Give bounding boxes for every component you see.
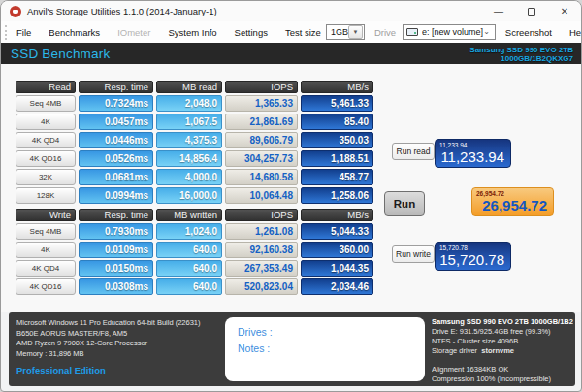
resp-time-value: 0.0308ms	[79, 278, 153, 295]
test-label: 128K	[16, 187, 76, 204]
resp-time-value: 0.0457ms	[79, 114, 153, 130]
close-button[interactable]: ✕	[548, 1, 581, 21]
column-header: Resp. time	[79, 209, 153, 221]
test-label: Seq 4MB	[16, 223, 76, 240]
menu-benchmarks[interactable]: Benchmarks	[41, 23, 108, 41]
table-row: 128K 0.0994ms 16,000.0 10,064.48 1,258.0…	[16, 187, 373, 204]
iops-value: 89,606.79	[225, 132, 298, 148]
test-label: 4K	[16, 114, 76, 130]
system-info-block: Microsoft Windows 11 Pro Education 64-bi…	[16, 318, 201, 359]
total-score-peak: 26,954.72	[476, 190, 547, 197]
drive-filesystem-line: NTFS - Cluster size 4096B	[432, 337, 573, 346]
mb-amount-value: 16,000.0	[156, 187, 222, 204]
mb-amount-value: 1,024.0	[156, 223, 222, 240]
iops-value: 1,261.08	[225, 223, 298, 240]
read-score-value: 11,233.94	[439, 148, 504, 165]
column-header: MB written	[156, 209, 222, 221]
driver-label: Storage driver	[432, 346, 477, 355]
total-score-value: 26,954.72	[476, 197, 547, 213]
write-table: Write Resp. time MB written IOPS MB/s Se…	[16, 209, 373, 297]
run-read-button[interactable]: Run read	[392, 143, 435, 160]
chevron-down-icon: ⌄	[483, 28, 495, 36]
iops-value: 304,257.73	[225, 150, 298, 167]
iops-value: 267,353.49	[225, 260, 298, 277]
iops-value: 10,064.48	[225, 187, 298, 204]
device-capacity-firmware: 1000GB/1B2QKXG7	[469, 54, 573, 63]
test-label: 4K QD4	[16, 260, 76, 277]
column-header: MB/s	[301, 81, 373, 93]
device-name: Samsung SSD 990 EVO 2TB 1000GB/1B2QKXG7	[469, 45, 573, 63]
driver-value: stornvme	[481, 346, 514, 355]
title-bar: Anvil's Storage Utilities 1.1.0 (2014-Ja…	[1, 1, 581, 21]
toolbar-grip[interactable]	[5, 25, 7, 40]
column-header: Write	[16, 209, 76, 221]
run-button[interactable]: Run	[384, 191, 425, 216]
test-size-value: 1GB	[327, 27, 348, 37]
edition-label: Professional Edition	[16, 365, 106, 376]
read-table-header: Read Resp. time MB read IOPS MB/s	[16, 81, 373, 93]
mb-amount-value: 640.0	[156, 278, 222, 295]
iops-value: 92,160.38	[225, 242, 298, 258]
resp-time-value: 0.0109ms	[79, 242, 153, 258]
resp-time-value: 0.0150ms	[79, 260, 153, 277]
menu-iometer: IOmeter	[110, 23, 158, 41]
drive-info-block: Samsung SSD 990 EVO 2TB 1000GB/1B2QKXG7 …	[432, 317, 573, 384]
table-row: 4K 0.0457ms 1,067.5 21,861.69 85.40	[16, 114, 373, 130]
mb-amount-value: 14,856.4	[156, 150, 222, 167]
drive-select[interactable]: e: [new volume] ⌄	[403, 24, 496, 40]
os-line: Microsoft Windows 11 Pro Education 64-bi…	[16, 318, 201, 329]
menu-system-info[interactable]: System Info	[160, 23, 224, 41]
table-row: 4K QD4 0.0446ms 4,375.3 89,606.79 350.03	[16, 132, 373, 148]
test-label: 4K	[16, 242, 76, 258]
mbps-value: 85.40	[301, 114, 373, 130]
resp-time-value: 0.0994ms	[79, 187, 153, 204]
mb-amount-value: 4,375.3	[156, 132, 222, 148]
combo-arrow-icon[interactable]: ▼	[348, 25, 363, 39]
test-size-label: Test size	[277, 27, 326, 38]
menu-screenshot[interactable]: Screenshot	[498, 23, 560, 41]
mbps-value: 1,044.35	[301, 260, 373, 277]
maximize-icon	[528, 8, 535, 16]
menu-settings[interactable]: Settings	[227, 23, 275, 41]
memory-line: Memory : 31,896 MB	[16, 349, 201, 360]
resp-time-value: 0.0446ms	[79, 132, 153, 148]
mbps-value: 5,461.33	[301, 95, 373, 112]
motherboard-line: B650E AORUS MASTER/F8, AM5	[16, 329, 201, 340]
drives-notes-field[interactable]: Drives : Notes :	[225, 317, 425, 381]
maximize-button[interactable]	[515, 1, 548, 21]
mb-amount-value: 640.0	[156, 242, 222, 258]
table-row: Seq 4MB 0.7930ms 1,024.0 1,261.08 5,044.…	[16, 223, 373, 240]
page-title: SSD Benchmark	[11, 47, 110, 61]
table-row: 32K 0.0681ms 4,000.0 14,680.58 458.77	[16, 169, 373, 185]
resp-time-value: 0.0526ms	[79, 150, 153, 167]
resp-time-value: 0.0681ms	[79, 169, 153, 185]
resp-time-value: 0.7324ms	[79, 95, 153, 112]
run-write-button[interactable]: Run write	[392, 245, 435, 263]
write-table-header: Write Resp. time MB written IOPS MB/s	[16, 209, 373, 221]
notes-label: Notes :	[238, 341, 425, 357]
drive-model-line: Samsung SSD 990 EVO 2TB 1000GB/1B2QKXG7	[432, 317, 573, 327]
iops-value: 520,823.04	[225, 278, 298, 295]
compression-line: Compression 100% (Incompressible)	[432, 375, 573, 384]
table-row: 4K QD16 0.0308ms 640.0 520,823.04 2,034.…	[16, 278, 373, 295]
menu-file[interactable]: File	[9, 23, 39, 41]
main-area: Read Resp. time MB read IOPS MB/s Seq 4M…	[1, 64, 581, 312]
column-header: MB/s	[301, 209, 373, 221]
test-label: 32K	[16, 169, 76, 185]
table-row: 4K QD4 0.0150ms 640.0 267,353.49 1,044.3…	[16, 260, 373, 277]
minimize-button[interactable]: —	[482, 1, 515, 21]
drives-label: Drives :	[238, 324, 425, 341]
table-row: Seq 4MB 0.7324ms 2,048.0 1,365.33 5,461.…	[16, 95, 373, 112]
mbps-value: 5,044.33	[301, 223, 373, 240]
mb-amount-value: 2,048.0	[156, 95, 222, 112]
test-size-select[interactable]: 1GB ▼	[326, 24, 365, 40]
test-label: 4K QD4	[16, 132, 76, 148]
test-label: 4K QD16	[16, 150, 76, 167]
write-score-box: 15,720.78 15,720.78	[435, 242, 511, 271]
menu-help[interactable]: Help	[562, 23, 582, 41]
toolbar: File Benchmarks IOmeter System Info Sett…	[1, 21, 581, 43]
write-score-value: 15,720.78	[439, 251, 504, 268]
iops-value: 1,365.33	[225, 95, 298, 112]
column-header: MB read	[156, 81, 222, 93]
drive-icon	[406, 28, 418, 36]
